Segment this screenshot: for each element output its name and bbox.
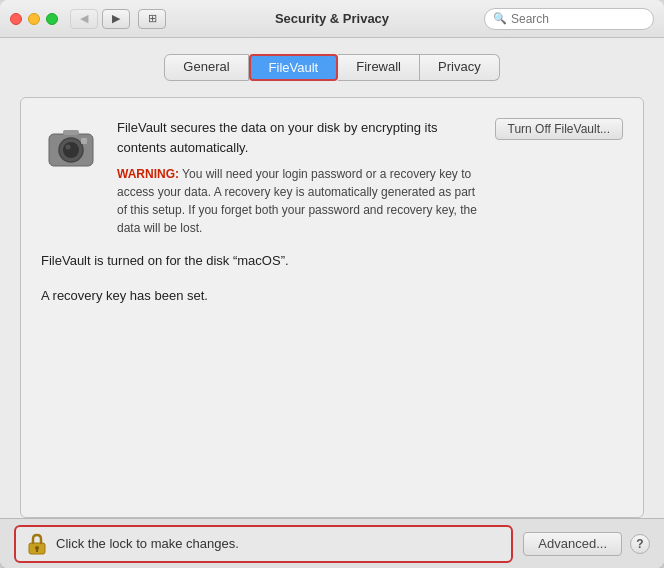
content-area: General FileVault Firewall Privacy xyxy=(0,38,664,518)
tabs-container: General FileVault Firewall Privacy xyxy=(20,54,644,81)
warning-label: WARNING: xyxy=(117,167,179,181)
minimize-button[interactable] xyxy=(28,13,40,25)
lock-text: Click the lock to make changes. xyxy=(56,536,239,551)
back-button[interactable]: ◀ xyxy=(70,9,98,29)
search-icon: 🔍 xyxy=(493,12,507,25)
back-icon: ◀ xyxy=(80,12,88,25)
grid-button[interactable]: ⊞ xyxy=(138,9,166,29)
lock-svg xyxy=(27,533,47,555)
bottom-bar: Click the lock to make changes. Advanced… xyxy=(0,518,664,568)
top-section: FileVault secures the data on your disk … xyxy=(41,118,623,237)
search-bar[interactable]: 🔍 xyxy=(484,8,654,30)
lock-icon xyxy=(26,533,48,555)
warning-text: WARNING: You will need your login passwo… xyxy=(117,165,479,237)
tab-privacy[interactable]: Privacy xyxy=(420,54,500,81)
titlebar: ◀ ▶ ⊞ Security & Privacy 🔍 xyxy=(0,0,664,38)
filevault-description-area: FileVault secures the data on your disk … xyxy=(117,118,479,237)
search-input[interactable] xyxy=(511,12,645,26)
window: ◀ ▶ ⊞ Security & Privacy 🔍 General FileV… xyxy=(0,0,664,568)
disk-status: FileVault is turned on for the disk “mac… xyxy=(41,249,623,272)
forward-icon: ▶ xyxy=(112,12,120,25)
recovery-status: A recovery key has been set. xyxy=(41,284,623,307)
turn-off-filevault-button[interactable]: Turn Off FileVault... xyxy=(495,118,623,140)
security-camera-icon xyxy=(43,120,99,176)
svg-rect-5 xyxy=(81,138,87,144)
filevault-icon-container xyxy=(41,118,101,178)
svg-rect-4 xyxy=(63,130,79,135)
tab-firewall[interactable]: Firewall xyxy=(338,54,420,81)
svg-point-2 xyxy=(63,142,79,158)
nav-buttons: ◀ ▶ xyxy=(70,9,130,29)
lock-area[interactable]: Click the lock to make changes. xyxy=(14,525,513,563)
filevault-description: FileVault secures the data on your disk … xyxy=(117,118,479,157)
main-panel: FileVault secures the data on your disk … xyxy=(20,97,644,518)
grid-icon: ⊞ xyxy=(148,12,157,25)
svg-point-3 xyxy=(66,145,71,150)
tab-filevault[interactable]: FileVault xyxy=(249,54,339,81)
traffic-lights xyxy=(10,13,58,25)
window-title: Security & Privacy xyxy=(275,11,389,26)
spacer xyxy=(41,319,623,497)
svg-rect-8 xyxy=(36,549,38,552)
advanced-button[interactable]: Advanced... xyxy=(523,532,622,556)
bottom-right: Advanced... ? xyxy=(523,532,650,556)
maximize-button[interactable] xyxy=(46,13,58,25)
close-button[interactable] xyxy=(10,13,22,25)
help-button[interactable]: ? xyxy=(630,534,650,554)
forward-button[interactable]: ▶ xyxy=(102,9,130,29)
tab-general[interactable]: General xyxy=(164,54,248,81)
